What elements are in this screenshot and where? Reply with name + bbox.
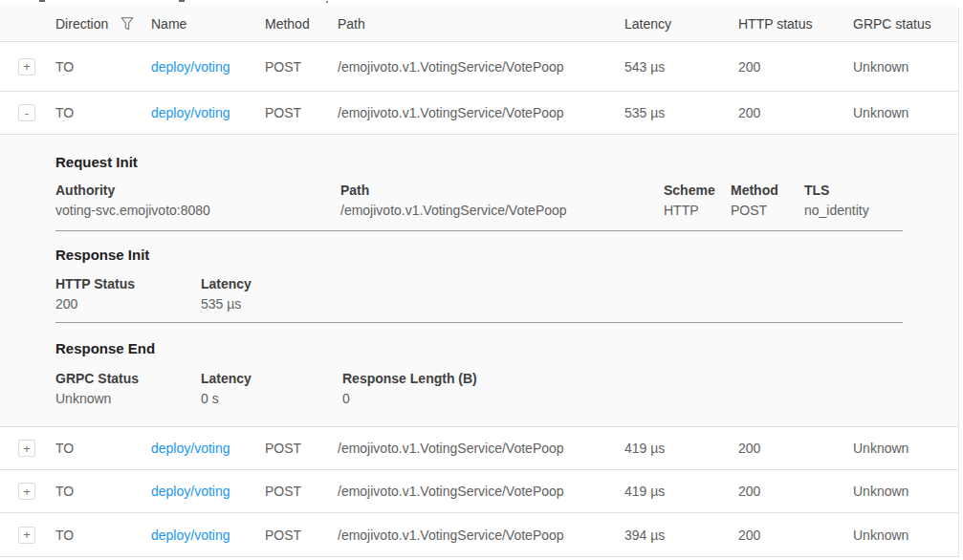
cell-grpc-status: Unknown [853,105,908,120]
clipped-text-artifact [39,0,45,2]
cell-latency: 543 µs [624,59,665,75]
cell-latency: 419 µs [624,484,665,499]
header-direction: Direction [55,16,108,32]
field-label: Latency [201,274,252,294]
field-label: GRPC Status [55,369,139,389]
table-row: + TO deploy/voting POST /emojivoto.v1.Vo… [0,42,958,92]
cell-http-status: 200 [738,441,760,456]
expand-row-button[interactable]: + [18,58,35,75]
resource-link[interactable]: deploy/voting [151,59,230,75]
header-http-status: HTTP status [738,16,813,32]
request-init-title: Request Init [55,154,138,170]
field-value: 0 [342,389,477,409]
cell-grpc-status: Unknown [853,59,908,75]
detail-field-latency: Latency 535 µs [201,274,252,314]
section-divider [55,322,903,323]
field-label: Authority [55,181,210,201]
cell-path: /emojivoto.v1.VotingService/VotePoop [338,484,564,499]
cell-http-status: 200 [738,105,760,120]
cell-direction: TO [55,105,74,120]
cell-http-status: 200 [738,528,760,543]
header-path: Path [338,16,365,32]
cell-method: POST [265,59,301,75]
resource-link[interactable]: deploy/voting [151,441,230,456]
field-value: 200 [55,294,135,314]
cell-grpc-status: Unknown [853,528,908,543]
resource-link[interactable]: deploy/voting [151,105,230,120]
cell-path: /emojivoto.v1.VotingService/VotePoop [338,59,564,75]
cell-path: /emojivoto.v1.VotingService/VotePoop [338,441,564,456]
field-value: HTTP [664,201,715,221]
header-method: Method [265,16,310,32]
field-label: Response Length (B) [342,369,477,389]
cell-method: POST [265,105,301,120]
detail-field-http-status: HTTP Status 200 [55,274,135,314]
field-label: TLS [804,181,869,201]
header-latency: Latency [624,16,671,32]
section-divider [55,230,903,231]
resource-link[interactable]: deploy/voting [151,484,230,499]
cell-http-status: 200 [738,484,760,499]
detail-field-tls: TLS no_identity [804,181,869,221]
cell-path: /emojivoto.v1.VotingService/VotePoop [338,528,564,543]
clipped-text-artifact [326,1,328,3]
expand-row-button[interactable]: + [18,483,35,500]
field-value: /emojivoto.v1.VotingService/VotePoop [340,201,567,221]
field-label: Scheme [664,181,715,201]
cell-latency: 535 µs [624,105,665,120]
funnel-filter-icon[interactable] [120,17,134,32]
cell-direction: TO [55,59,74,75]
resource-link[interactable]: deploy/voting [151,528,230,543]
cell-grpc-status: Unknown [853,441,908,456]
tap-event-detail-panel: Request Init Authority voting-svc.emojiv… [0,135,958,427]
response-init-title: Response Init [55,247,149,263]
tap-results-table: Direction Name Method Path Latency HTTP … [0,7,959,557]
expand-row-button[interactable]: + [18,527,35,544]
detail-field-scheme: Scheme HTTP [664,181,715,221]
collapse-row-button[interactable]: - [18,104,35,121]
clipped-text-artifact [179,0,185,2]
cell-method: POST [265,484,301,499]
cell-direction: TO [55,441,74,456]
cell-method: POST [265,528,301,543]
field-label: Latency [201,369,252,389]
cell-path: /emojivoto.v1.VotingService/VotePoop [338,105,564,120]
field-value: Unknown [55,389,139,409]
cell-direction: TO [55,484,74,499]
cell-grpc-status: Unknown [853,484,908,499]
table-row: + TO deploy/voting POST /emojivoto.v1.Vo… [0,427,958,470]
field-value: 535 µs [201,294,252,314]
response-end-title: Response End [55,340,155,356]
field-value: 0 s [201,389,252,409]
field-value: voting-svc.emojivoto:8080 [55,201,210,221]
detail-field-path: Path /emojivoto.v1.VotingService/VotePoo… [340,181,567,221]
table-row: + TO deploy/voting POST /emojivoto.v1.Vo… [0,470,958,513]
detail-field-method: Method POST [731,181,778,221]
detail-field-authority: Authority voting-svc.emojivoto:8080 [55,181,210,221]
cell-method: POST [265,441,301,456]
field-value: POST [731,201,778,221]
cell-latency: 419 µs [624,441,665,456]
detail-field-grpc-status: GRPC Status Unknown [55,369,139,409]
field-label: Method [731,181,778,201]
header-name: Name [151,16,186,32]
field-label: HTTP Status [55,274,135,294]
detail-field-latency: Latency 0 s [201,369,252,409]
cell-direction: TO [55,528,74,543]
table-row: + TO deploy/voting POST /emojivoto.v1.Vo… [0,513,958,557]
cell-http-status: 200 [738,59,760,75]
detail-field-response-length: Response Length (B) 0 [342,369,477,409]
header-grpc-status: GRPC status [853,16,931,32]
table-row-expanded: - TO deploy/voting POST /emojivoto.v1.Vo… [0,92,958,135]
field-label: Path [340,181,567,201]
field-value: no_identity [804,201,869,221]
table-header: Direction Name Method Path Latency HTTP … [0,7,958,42]
cell-latency: 394 µs [624,528,665,543]
expand-row-button[interactable]: + [18,440,35,457]
